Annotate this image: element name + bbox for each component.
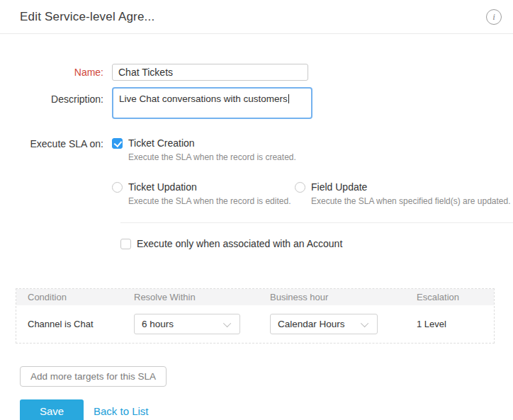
option-description: Execute the SLA when the record is creat…: [128, 152, 511, 162]
info-icon[interactable]: i: [486, 9, 502, 25]
option-label: Ticket Updation: [128, 181, 197, 193]
account-checkbox-choice[interactable]: Execute only when associated with an Acc…: [120, 238, 513, 249]
radio-unchecked-icon[interactable]: [112, 182, 123, 193]
execute-sla-row: Execute SLA on: Ticket Creation Execute …: [0, 137, 513, 206]
field-update-choice[interactable]: Field Update: [295, 181, 511, 193]
chevron-down-icon: [361, 319, 368, 327]
column-header-resolve-within: Resolve Within: [134, 292, 270, 302]
resolve-within-select[interactable]: 6 hours: [134, 314, 240, 334]
resolve-within-value: 6 hours: [142, 319, 174, 329]
condition-value: Channel is Chat: [16, 319, 134, 329]
page-title: Edit Service-level Agre...: [20, 10, 154, 24]
checkbox-unchecked-icon[interactable]: [120, 239, 131, 249]
ticket-updation-choice[interactable]: Ticket Updation: [112, 181, 295, 193]
checkbox-checked-icon[interactable]: [112, 138, 123, 149]
section-divider: [120, 222, 513, 223]
execute-sla-label: Execute SLA on:: [0, 137, 112, 206]
name-input[interactable]: [112, 64, 308, 81]
column-header-escalation: Escalation: [417, 292, 494, 302]
save-button[interactable]: Save: [20, 399, 84, 420]
name-label: Name:: [0, 67, 112, 78]
actions-row: Save Back to List: [20, 399, 513, 420]
option-description: Execute the SLA when specified field(s) …: [311, 196, 511, 206]
execute-sla-options: Ticket Creation Execute the SLA when the…: [112, 137, 511, 206]
option-ticket-updation: Ticket Updation Execute the SLA when the…: [112, 181, 295, 206]
ticket-creation-choice[interactable]: Ticket Creation: [112, 137, 511, 149]
table-header-row: Condition Resolve Within Business hour E…: [16, 289, 494, 305]
chevron-down-icon: [223, 319, 231, 327]
column-header-condition: Condition: [16, 292, 134, 302]
dialog-header: Edit Service-level Agre... i: [0, 0, 513, 34]
option-ticket-creation: Ticket Creation Execute the SLA when the…: [112, 137, 511, 162]
account-checkbox-row: Execute only when associated with an Acc…: [0, 238, 513, 249]
options-row-2: Ticket Updation Execute the SLA when the…: [112, 181, 511, 206]
description-row: Description: Live Chat conversations wit…: [0, 87, 513, 119]
resolve-within-cell: 6 hours: [134, 314, 270, 334]
business-hour-value: Calendar Hours: [278, 319, 345, 329]
radio-unchecked-icon[interactable]: [295, 182, 305, 193]
back-to-list-link[interactable]: Back to List: [94, 405, 149, 417]
description-input[interactable]: Live Chat conversations with customers: [112, 87, 312, 119]
business-hour-select[interactable]: Calendar Hours: [270, 314, 378, 334]
description-value: Live Chat conversations with customers: [119, 93, 288, 104]
text-cursor: [288, 94, 289, 103]
escalation-value: 1 Level: [417, 319, 494, 329]
sla-targets-table: Condition Resolve Within Business hour E…: [16, 288, 495, 344]
table-row: Channel is Chat 6 hours Calendar Hours 1…: [16, 305, 494, 343]
account-checkbox-label: Execute only when associated with an Acc…: [137, 238, 342, 249]
column-header-business-hour: Business hour: [270, 292, 417, 302]
add-targets-button[interactable]: Add more targets for this SLA: [20, 366, 167, 387]
business-hour-cell: Calendar Hours: [270, 314, 417, 334]
option-description: Execute the SLA when the record is edite…: [128, 196, 295, 206]
option-label: Field Update: [311, 181, 367, 193]
option-label: Ticket Creation: [128, 137, 195, 149]
sla-form: Name: Description: Live Chat conversatio…: [0, 34, 513, 249]
description-label: Description:: [0, 87, 112, 119]
option-field-update: Field Update Execute the SLA when specif…: [295, 181, 511, 206]
name-row: Name:: [0, 64, 513, 81]
